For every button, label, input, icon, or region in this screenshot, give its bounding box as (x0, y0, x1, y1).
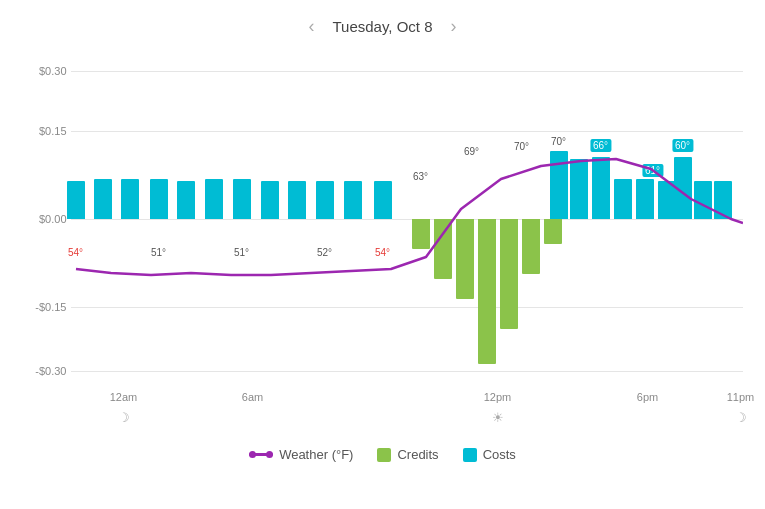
legend-credits-icon (377, 448, 391, 462)
legend-costs: Costs (463, 447, 516, 462)
chart-legend: Weather (°F) Credits Costs (249, 447, 516, 462)
bar-credit-1130am (434, 219, 452, 279)
bar-cost-6pm (592, 157, 610, 219)
temp-label-9: 66° (590, 139, 611, 152)
grid-line-n015 (71, 307, 743, 308)
bar-cost-11 (374, 181, 392, 219)
legend-costs-icon (463, 448, 477, 462)
temp-label-11: 60° (672, 139, 693, 152)
bar-credit-1pm (500, 219, 518, 329)
y-label-015: $0.15 (23, 125, 67, 137)
bar-credit-1230pm (478, 219, 496, 364)
legend-costs-label: Costs (483, 447, 516, 462)
grid-line-n030 (71, 371, 743, 372)
x-icon-moon-2: ☽ (735, 410, 747, 425)
weather-line-svg (71, 51, 743, 391)
bar-cost-9pm (714, 181, 732, 219)
y-label-n030: -$0.30 (23, 365, 67, 377)
bar-cost-5pm (550, 151, 568, 219)
bar-cost-4 (177, 181, 195, 219)
next-arrow[interactable]: › (445, 14, 463, 39)
bar-cost-9 (316, 181, 334, 219)
legend-credits-label: Credits (397, 447, 438, 462)
bar-cost-8pm (674, 157, 692, 219)
x-label-12pm: 12pm (484, 391, 512, 403)
grid-line-030 (71, 71, 743, 72)
y-label-030: $0.30 (23, 65, 67, 77)
x-label-11pm: 11pm (727, 391, 755, 403)
bar-credit-130pm (522, 219, 540, 274)
bar-cost-5 (205, 179, 223, 219)
legend-weather-label: Weather (°F) (279, 447, 353, 462)
bar-cost-10 (344, 181, 362, 219)
bar-cost-530pm (570, 159, 588, 219)
bar-credit-2pm (544, 219, 562, 244)
bar-cost-3 (150, 179, 168, 219)
temp-label-1: 51° (151, 247, 166, 258)
bar-cost-8 (288, 181, 306, 219)
bar-credit-12pm (456, 219, 474, 299)
temp-label-8: 70° (551, 136, 566, 147)
legend-credits: Credits (377, 447, 438, 462)
x-icon-sun: ☀ (492, 410, 504, 425)
bar-credit-11am (412, 219, 430, 249)
temp-label-3: 52° (317, 247, 332, 258)
bar-cost-630pm (614, 179, 632, 219)
temp-label-2: 51° (234, 247, 249, 258)
x-icon-moon-1: ☽ (118, 410, 130, 425)
bar-cost-7 (261, 181, 279, 219)
legend-weather: Weather (°F) (249, 447, 353, 462)
bar-cost-6 (233, 179, 251, 219)
y-label-000: $0.00 (23, 213, 67, 225)
temp-label-10: 61° (642, 164, 663, 177)
bar-cost-1 (94, 179, 112, 219)
bar-cost-830pm (694, 181, 712, 219)
chart-area: $0.30 $0.15 $0.00 -$0.15 -$0.30 54° 51° … (23, 51, 743, 441)
temp-label-0: 54° (68, 247, 83, 258)
bar-cost-7pm (636, 179, 654, 219)
y-label-n015: -$0.15 (23, 301, 67, 313)
x-label-6am: 6am (242, 391, 263, 403)
legend-weather-icon (249, 453, 273, 456)
temp-label-5: 63° (413, 171, 428, 182)
temp-label-7: 70° (514, 141, 529, 152)
bar-cost-0 (67, 181, 85, 219)
prev-arrow[interactable]: ‹ (302, 14, 320, 39)
temp-label-6: 69° (464, 146, 479, 157)
temp-label-4: 54° (375, 247, 390, 258)
x-label-12am: 12am (110, 391, 138, 403)
bar-cost-2 (121, 179, 139, 219)
x-label-6pm: 6pm (637, 391, 658, 403)
grid-line-000 (71, 219, 743, 220)
grid-line-015 (71, 131, 743, 132)
date-label: Tuesday, Oct 8 (332, 18, 432, 35)
chart-header: ‹ Tuesday, Oct 8 › (302, 0, 462, 47)
